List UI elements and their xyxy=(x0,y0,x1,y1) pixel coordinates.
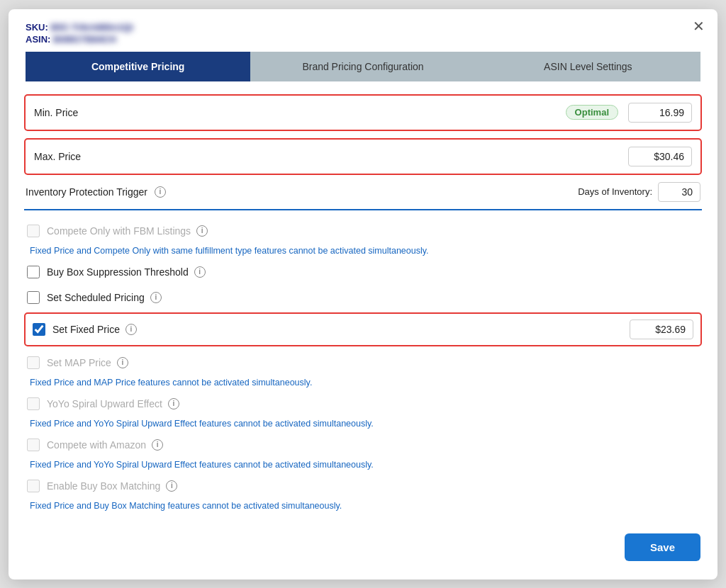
set-fixed-price-row: Set Fixed Price i xyxy=(24,312,702,346)
buybox-matching-row: Enable Buy Box Matching i xyxy=(24,475,702,497)
min-price-label: Min. Price xyxy=(34,107,566,118)
sku-value: B5C-Tr8ch88lin1Qt xyxy=(50,22,133,33)
asin-label: ASIN: xyxy=(26,34,50,45)
yoyo-info-icon[interactable]: i xyxy=(168,398,179,409)
compete-amazon-row: Compete with Amazon i xyxy=(24,434,702,456)
compete-amazon-info-icon[interactable]: i xyxy=(152,439,163,451)
max-price-input[interactable] xyxy=(628,147,692,166)
fixed-price-value-wrapper xyxy=(630,320,693,339)
map-warning: Fixed Price and MAP Price features canno… xyxy=(27,378,702,388)
set-map-info-icon[interactable]: i xyxy=(117,357,128,368)
days-label: Days of Inventory: xyxy=(578,186,652,197)
yoyo-label: YoYo Spiral Upward Effect i xyxy=(47,398,179,409)
set-map-price-label: Set MAP Price i xyxy=(47,357,128,368)
yoyo-row: YoYo Spiral Upward Effect i xyxy=(24,393,702,414)
compete-fbm-checkbox[interactable] xyxy=(27,225,40,237)
buybox-threshold-info-icon[interactable]: i xyxy=(194,266,206,278)
save-button[interactable]: Save xyxy=(625,533,700,561)
set-fixed-price-checkbox[interactable] xyxy=(33,323,45,336)
modal: ✕ SKU: B5C-Tr8ch88lin1Qt ASIN: B0891TB84… xyxy=(9,9,717,579)
yoyo-warning: Fixed Price and YoYo Spiral Upward Effec… xyxy=(27,419,702,429)
buybox-threshold-row: Buy Box Suppression Threshold i xyxy=(24,261,702,283)
inventory-label: Inventory Protection Trigger i xyxy=(26,186,578,198)
min-price-row: Min. Price Optimal xyxy=(24,94,702,131)
modal-header: ✕ SKU: B5C-Tr8ch88lin1Qt ASIN: B0891TB84… xyxy=(9,9,717,81)
buybox-matching-info-icon[interactable]: i xyxy=(166,480,177,492)
inventory-info-icon[interactable]: i xyxy=(155,186,166,198)
scheduled-pricing-checkbox[interactable] xyxy=(27,291,40,304)
yoyo-checkbox[interactable] xyxy=(27,397,40,410)
set-map-price-checkbox[interactable] xyxy=(27,356,40,369)
inventory-row: Inventory Protection Trigger i Days of I… xyxy=(24,182,702,210)
tab-asin[interactable]: ASIN Level Settings xyxy=(476,52,700,81)
set-fixed-price-input[interactable] xyxy=(630,320,693,339)
compete-fbm-info-icon[interactable]: i xyxy=(196,225,208,237)
buybox-matching-label: Enable Buy Box Matching i xyxy=(47,480,177,492)
buybox-matching-checkbox[interactable] xyxy=(27,480,40,492)
sku-line: SKU: B5C-Tr8ch88lin1Qt xyxy=(26,22,700,33)
buybox-threshold-checkbox[interactable] xyxy=(27,266,40,278)
tabs-container: Competitive Pricing Brand Pricing Config… xyxy=(26,52,700,81)
asin-value: B0891TB84CH xyxy=(53,34,116,45)
asin-line: ASIN: B0891TB84CH xyxy=(26,34,700,45)
days-input[interactable] xyxy=(658,182,700,202)
compete-fbm-row: Compete Only with FBM Listings i xyxy=(24,220,702,242)
tab-brand[interactable]: Brand Pricing Configuration xyxy=(250,52,475,81)
buybox-matching-warning: Fixed Price and Buy Box Matching feature… xyxy=(27,501,702,511)
compete-amazon-checkbox[interactable] xyxy=(27,439,40,451)
max-price-label: Max. Price xyxy=(34,151,628,162)
sku-label: SKU: xyxy=(26,22,48,33)
buybox-threshold-label: Buy Box Suppression Threshold i xyxy=(47,266,206,278)
max-price-row: Max. Price xyxy=(24,138,702,175)
close-button[interactable]: ✕ xyxy=(693,19,705,33)
set-fixed-price-label: Set Fixed Price i xyxy=(52,324,137,335)
compete-amazon-warning: Fixed Price and YoYo Spiral Upward Effec… xyxy=(27,460,702,470)
compete-amazon-label: Compete with Amazon i xyxy=(47,439,163,451)
scheduled-pricing-row: Set Scheduled Pricing i xyxy=(24,287,702,308)
compete-fbm-label: Compete Only with FBM Listings i xyxy=(47,225,208,237)
scheduled-pricing-info-icon[interactable]: i xyxy=(150,292,162,303)
tab-content: Min. Price Optimal Max. Price Inventory … xyxy=(9,81,717,524)
tab-competitive[interactable]: Competitive Pricing xyxy=(26,52,250,81)
min-price-input[interactable] xyxy=(628,103,692,123)
set-map-price-row: Set MAP Price i xyxy=(24,352,702,373)
set-fixed-price-info-icon[interactable]: i xyxy=(125,324,137,335)
save-btn-row: Save xyxy=(9,524,717,565)
optimal-badge: Optimal xyxy=(566,105,618,120)
compete-fbm-warning: Fixed Price and Compete Only with same f… xyxy=(27,246,702,256)
scheduled-pricing-label: Set Scheduled Pricing i xyxy=(47,292,162,303)
